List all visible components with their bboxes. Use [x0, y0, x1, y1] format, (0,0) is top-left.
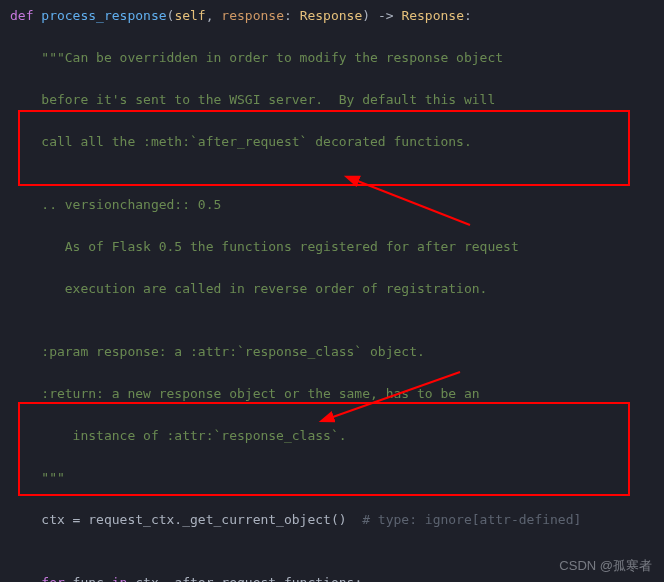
- docstring-line: """Can be overridden in order to modify …: [10, 47, 664, 68]
- docstring-line: .. versionchanged:: 0.5: [10, 194, 664, 215]
- docstring-line: """: [10, 467, 664, 488]
- function-name: process_response: [41, 8, 166, 23]
- watermark: CSDN @孤寒者: [559, 555, 652, 576]
- docstring-line: execution are called in reverse order of…: [10, 278, 664, 299]
- docstring-line: :return: a new response object or the sa…: [10, 383, 664, 404]
- comment: # type: ignore[attr-defined]: [362, 512, 581, 527]
- docstring-line: call all the :meth:`after_request` decor…: [10, 131, 664, 152]
- docstring-line: As of Flask 0.5 the functions registered…: [10, 236, 664, 257]
- docstring-line: instance of :attr:`response_class`.: [10, 425, 664, 446]
- docstring-line: before it's sent to the WSGI server. By …: [10, 89, 664, 110]
- docstring-line: :param response: a :attr:`response_class…: [10, 341, 664, 362]
- def-keyword: def: [10, 8, 33, 23]
- code-block: def process_response(self, response: Res…: [0, 0, 664, 582]
